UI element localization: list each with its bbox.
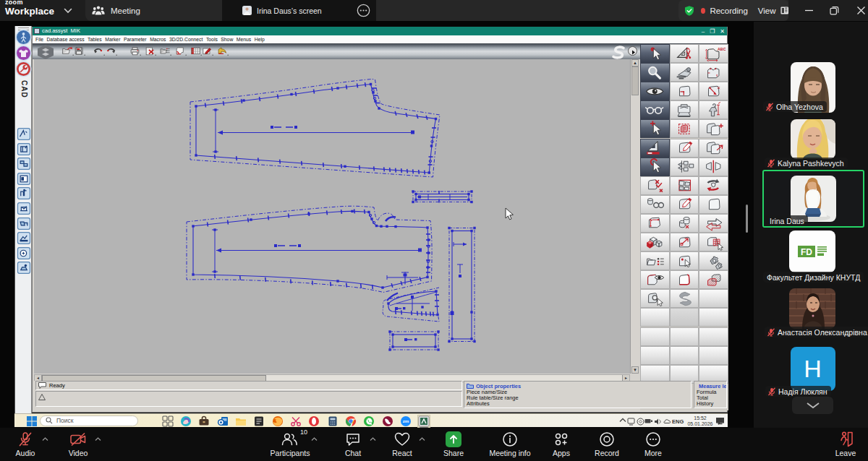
svg-text:ABC: ABC bbox=[718, 46, 726, 51]
svg-text:zm: zm bbox=[403, 418, 409, 423]
svg-text:H: H bbox=[804, 355, 822, 382]
svg-text:FD: FD bbox=[801, 247, 812, 257]
